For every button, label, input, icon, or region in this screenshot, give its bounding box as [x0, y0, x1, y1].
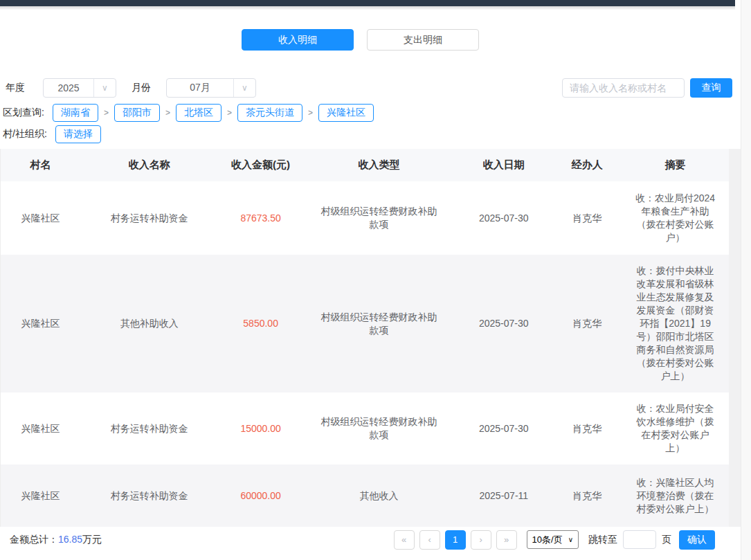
page-size-select[interactable]: 10条/页 ∨ — [527, 530, 579, 549]
income-table: 村名收入名称收入金额(元)收入类型收入日期经办人摘要 兴隆社区村务运转补助资金8… — [0, 149, 729, 527]
region-breadcrumb: 湖南省>邵阳市>北塔区>茶元头街道>兴隆社区 — [50, 104, 377, 122]
region-button-3[interactable]: 茶元头街道 — [237, 104, 302, 122]
table-row: 兴隆社区其他补助收入5850.00村级组织运转经费财政补助款项2025-07-3… — [1, 255, 729, 392]
region-row: 区划查询: 湖南省>邵阳市>北塔区>茶元头街道>兴隆社区 — [3, 104, 377, 122]
last-page-button[interactable]: » — [496, 530, 517, 550]
table-row: 兴隆社区村务运转补助资金15000.00村级组织运转经费财政补助款项2025-0… — [1, 392, 729, 464]
tab-expense-detail[interactable]: 支出明细 — [367, 29, 479, 51]
footer: 金额总计：16.85万元 « ‹ 1 › » 10条/页 ∨ 跳转至 页 确认 — [0, 519, 741, 560]
region-button-4[interactable]: 兴隆社区 — [318, 104, 374, 122]
jump-to-label: 跳转至 — [588, 534, 617, 546]
org-select-button[interactable]: 请选择 — [55, 125, 101, 143]
filter-row: 年度 2025 ∨ 月份 07月 ∨ 查询 — [0, 78, 741, 98]
cell-amount: 87673.50 — [219, 202, 303, 235]
year-label: 年度 — [6, 82, 25, 94]
region-button-1[interactable]: 邵阳市 — [114, 104, 160, 122]
search-input[interactable] — [562, 78, 685, 98]
cell-village: 兴隆社区 — [1, 413, 80, 445]
column-header: 收入名称 — [80, 159, 219, 172]
column-header: 村名 — [1, 159, 80, 172]
cell-amount: 60000.00 — [219, 480, 303, 512]
cell-operator: 肖克华 — [552, 480, 622, 512]
chevron-down-icon: ∨ — [233, 79, 255, 97]
breadcrumb-separator: > — [104, 108, 109, 118]
cell-summary: 收：农业局付2024年粮食生产补助（拨在村委对公账户） — [622, 182, 729, 254]
org-row: 村/社组织: 请选择 — [3, 125, 104, 143]
next-page-button[interactable]: › — [471, 530, 491, 550]
breadcrumb-separator: > — [227, 108, 232, 118]
cell-type: 其他收入 — [303, 480, 455, 512]
year-select[interactable]: 2025 ∨ — [43, 78, 116, 98]
chevron-down-icon: ∨ — [93, 79, 116, 97]
cell-type: 村级组织运转经费财政补助款项 — [303, 195, 455, 241]
current-page-button[interactable]: 1 — [445, 530, 466, 550]
tab-income-detail[interactable]: 收入明细 — [242, 29, 354, 51]
column-header: 收入日期 — [455, 159, 552, 172]
table-header-row: 村名收入名称收入金额(元)收入类型收入日期经办人摘要 — [1, 149, 729, 181]
total-amount: 金额总计：16.85万元 — [10, 534, 102, 546]
column-header: 经办人 — [552, 159, 622, 172]
month-select-value: 07月 — [167, 82, 233, 94]
confirm-button[interactable]: 确认 — [679, 530, 715, 550]
total-label: 金额总计： — [10, 534, 58, 545]
cell-date: 2025-07-30 — [455, 413, 552, 445]
cell-date: 2025-07-11 — [455, 480, 552, 512]
pagination: « ‹ 1 › » 10条/页 ∨ 跳转至 页 确认 — [389, 530, 715, 550]
cell-name: 村务运转补助资金 — [80, 480, 219, 512]
column-header: 收入金额(元) — [219, 159, 303, 172]
table-row: 兴隆社区村务运转补助资金87673.50村级组织运转经费财政补助款项2025-0… — [1, 181, 729, 255]
jump-page-input[interactable] — [623, 530, 656, 549]
first-page-button[interactable]: « — [394, 530, 415, 550]
page: 收入明细 支出明细 年度 2025 ∨ 月份 07月 ∨ 查询 区划查询: 湖南… — [0, 0, 741, 560]
table-row: 兴隆社区村务运转补助资金60000.00其他收入2025-07-11肖克华收：兴… — [1, 464, 729, 527]
cell-name: 村务运转补助资金 — [80, 413, 219, 445]
year-select-value: 2025 — [44, 82, 93, 93]
cell-summary: 收：农业局付安全饮水维修维护（拨在村委对公账户上） — [622, 392, 729, 464]
org-label: 村/社组织: — [3, 128, 47, 141]
table-zone: 村名收入名称收入金额(元)收入类型收入日期经办人摘要 兴隆社区村务运转补助资金8… — [0, 149, 741, 527]
month-label: 月份 — [132, 82, 151, 94]
cell-type: 村级组织运转经费财政补助款项 — [303, 406, 455, 451]
table-body: 兴隆社区村务运转补助资金87673.50村级组织运转经费财政补助款项2025-0… — [1, 181, 729, 527]
region-button-0[interactable]: 湖南省 — [53, 104, 98, 122]
cell-operator: 肖克华 — [552, 202, 622, 235]
cell-village: 兴隆社区 — [1, 202, 80, 235]
column-header: 摘要 — [622, 159, 729, 172]
month-select[interactable]: 07月 ∨ — [166, 78, 256, 98]
chevron-down-icon: ∨ — [568, 536, 573, 543]
cell-village: 兴隆社区 — [1, 307, 80, 340]
cell-summary: 收：兴隆社区人均环境整治费（拨在村委对公账户上） — [622, 467, 729, 525]
cell-name: 其他补助收入 — [80, 307, 219, 340]
region-button-2[interactable]: 北塔区 — [176, 104, 221, 122]
cell-type: 村级组织运转经费财政补助款项 — [303, 301, 455, 347]
total-unit: 万元 — [82, 534, 102, 545]
cell-date: 2025-07-30 — [455, 202, 552, 235]
cell-operator: 肖克华 — [552, 413, 622, 445]
breadcrumb-separator: > — [165, 108, 170, 118]
breadcrumb-separator: > — [308, 108, 313, 118]
detail-tabs: 收入明细 支出明细 — [242, 29, 479, 51]
cell-name: 村务运转补助资金 — [80, 202, 219, 235]
prev-page-button[interactable]: ‹ — [419, 530, 440, 550]
cell-operator: 肖克华 — [552, 307, 622, 340]
cell-date: 2025-07-30 — [455, 307, 552, 340]
region-label: 区划查询: — [3, 107, 44, 119]
search-button[interactable]: 查询 — [690, 78, 732, 98]
total-value: 16.85 — [58, 534, 82, 545]
cell-summary: 收：拨付中央林业改革发展和省级林业生态发展修复及发展资金（邵财资环指【2021】… — [622, 255, 729, 392]
cell-amount: 15000.00 — [219, 413, 303, 445]
column-header: 收入类型 — [303, 159, 455, 172]
scrollbar-track[interactable] — [741, 0, 751, 560]
page-unit-label: 页 — [662, 534, 671, 546]
cell-village: 兴隆社区 — [1, 480, 80, 512]
page-size-value: 10条/页 — [532, 534, 563, 546]
cell-amount: 5850.00 — [219, 307, 303, 340]
